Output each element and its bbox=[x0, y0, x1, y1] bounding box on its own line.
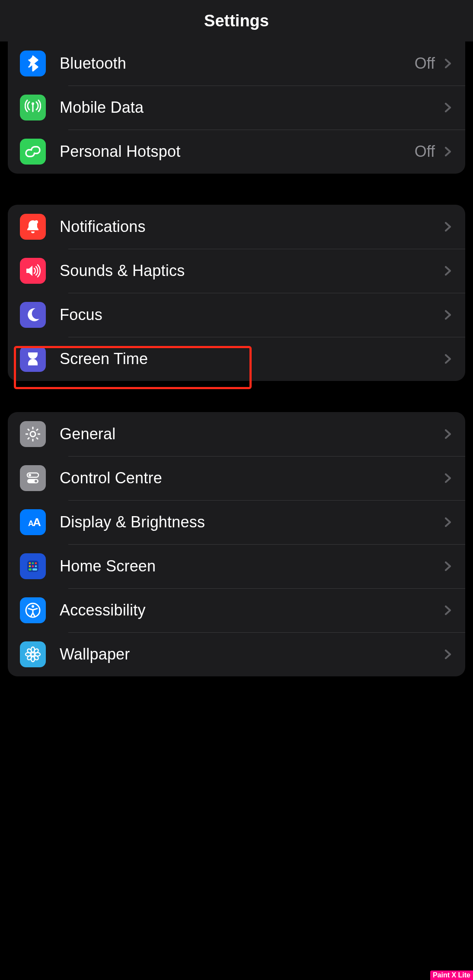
row-label: Mobile Data bbox=[60, 98, 443, 117]
chevron-right-icon bbox=[443, 605, 453, 615]
chevron-right-icon bbox=[443, 102, 453, 113]
chevron-right-icon bbox=[443, 561, 453, 571]
row-label: Accessibility bbox=[60, 601, 443, 619]
chevron-right-icon bbox=[443, 222, 453, 232]
chevron-right-icon bbox=[443, 310, 453, 320]
chevron-right-icon bbox=[443, 266, 453, 276]
row-screen-time[interactable]: Screen Time bbox=[8, 337, 465, 381]
row-label: Focus bbox=[60, 306, 443, 324]
chevron-right-icon bbox=[443, 429, 453, 439]
hourglass-icon bbox=[20, 346, 46, 372]
row-personal-hotspot[interactable]: Personal Hotspot Off bbox=[8, 130, 465, 174]
row-label: Notifications bbox=[60, 218, 443, 236]
chevron-right-icon bbox=[443, 354, 453, 364]
group-connectivity: Bluetooth Off Mobile Data Personal Hotsp… bbox=[8, 41, 465, 174]
link-icon bbox=[20, 139, 46, 165]
header: Settings bbox=[0, 0, 473, 41]
settings-content: Bluetooth Off Mobile Data Personal Hotsp… bbox=[0, 41, 473, 676]
page-title: Settings bbox=[204, 12, 269, 30]
text-size-icon bbox=[20, 509, 46, 535]
row-label: Display & Brightness bbox=[60, 513, 443, 531]
row-label: General bbox=[60, 425, 443, 443]
row-label: Home Screen bbox=[60, 557, 443, 575]
accessibility-icon bbox=[20, 597, 46, 623]
chevron-right-icon bbox=[443, 58, 453, 69]
group-general: General Control Centre Display & Brightn… bbox=[8, 412, 465, 676]
chevron-right-icon bbox=[443, 473, 453, 483]
row-label: Wallpaper bbox=[60, 645, 443, 663]
row-value: Off bbox=[415, 143, 435, 161]
flower-icon bbox=[20, 641, 46, 667]
row-label: Bluetooth bbox=[60, 54, 415, 73]
row-general[interactable]: General bbox=[8, 412, 465, 456]
row-label: Personal Hotspot bbox=[60, 143, 415, 161]
row-label: Sounds & Haptics bbox=[60, 262, 443, 280]
row-notifications[interactable]: Notifications bbox=[8, 205, 465, 249]
row-display-brightness[interactable]: Display & Brightness bbox=[8, 500, 465, 544]
chevron-right-icon bbox=[443, 146, 453, 157]
row-wallpaper[interactable]: Wallpaper bbox=[8, 632, 465, 676]
apps-grid-icon bbox=[20, 553, 46, 579]
row-accessibility[interactable]: Accessibility bbox=[8, 588, 465, 632]
chevron-right-icon bbox=[443, 517, 453, 527]
chevron-right-icon bbox=[443, 649, 453, 660]
toggles-icon bbox=[20, 465, 46, 491]
gear-icon bbox=[20, 421, 46, 447]
row-label: Control Centre bbox=[60, 469, 443, 487]
bell-icon bbox=[20, 214, 46, 240]
row-label: Screen Time bbox=[60, 350, 443, 368]
group-notifications: Notifications Sounds & Haptics Focus Scr… bbox=[8, 205, 465, 381]
moon-icon bbox=[20, 302, 46, 328]
speaker-icon bbox=[20, 258, 46, 284]
row-bluetooth[interactable]: Bluetooth Off bbox=[8, 41, 465, 86]
bluetooth-icon bbox=[20, 51, 46, 76]
row-sounds-haptics[interactable]: Sounds & Haptics bbox=[8, 249, 465, 293]
row-control-centre[interactable]: Control Centre bbox=[8, 456, 465, 500]
antenna-icon bbox=[20, 95, 46, 121]
row-focus[interactable]: Focus bbox=[8, 293, 465, 337]
row-value: Off bbox=[415, 54, 435, 73]
row-mobile-data[interactable]: Mobile Data bbox=[8, 86, 465, 130]
row-home-screen[interactable]: Home Screen bbox=[8, 544, 465, 588]
